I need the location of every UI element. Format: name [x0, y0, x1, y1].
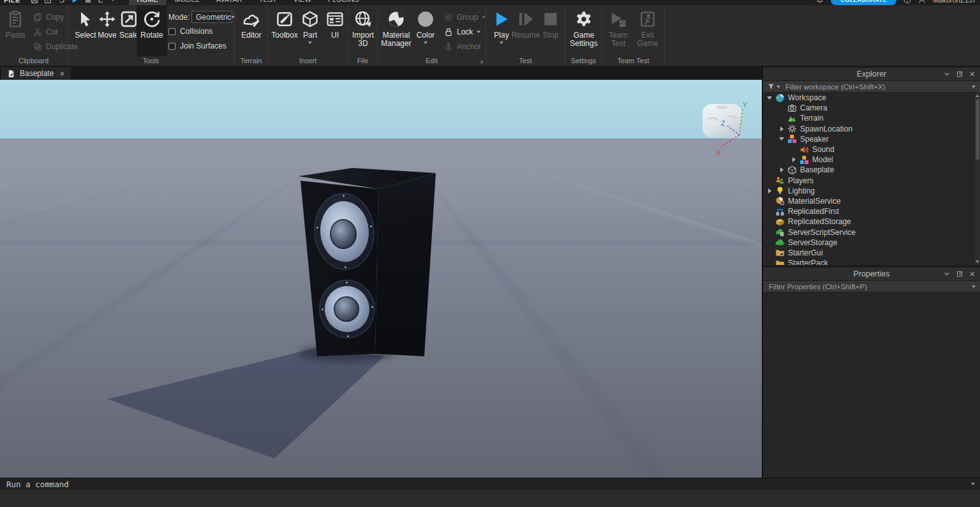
explorer-scrollbar[interactable]	[975, 93, 980, 265]
insert-section-label: Insert	[268, 57, 348, 64]
tree-item-workspace[interactable]: Workspace	[763, 93, 975, 103]
status-bar	[0, 490, 980, 507]
terrain-editor-icon	[242, 10, 260, 28]
tab-view[interactable]: VIEW	[285, 0, 320, 5]
viewport-3d[interactable]: Y X Z	[0, 80, 762, 478]
quickbar-caret-icon[interactable]	[111, 0, 115, 1]
explorer-filter-input[interactable]	[784, 82, 968, 91]
filter-caret-icon[interactable]	[776, 86, 780, 88]
explorer-dock-icon[interactable]	[956, 71, 963, 77]
team-test-section-label: Team Test	[602, 57, 664, 64]
expand-arrow[interactable]	[777, 137, 786, 140]
lock-button[interactable]: Lock	[444, 27, 480, 36]
explorer-collapse-icon[interactable]	[944, 71, 950, 77]
exit-game-button[interactable]: Exit Game	[634, 9, 662, 48]
spawn-location-icon	[787, 124, 797, 133]
game-settings-button[interactable]: Game Settings	[567, 9, 600, 48]
properties-filter-input[interactable]	[768, 282, 968, 291]
tab-avatar[interactable]: AVATAR	[208, 0, 251, 5]
username-label[interactable]: MakoronZ157	[933, 0, 976, 4]
tree-item-terrain[interactable]: Terrain	[763, 113, 975, 123]
anchor-button[interactable]: Anchor	[444, 42, 481, 51]
tree-item-materialservice[interactable]: MaterialService	[763, 196, 975, 206]
terrain-editor-button[interactable]: Editor	[236, 9, 267, 40]
undo-icon[interactable]	[57, 0, 65, 4]
ui-button[interactable]: UI	[322, 9, 348, 40]
explorer-filter-dropdown-icon[interactable]	[972, 86, 976, 88]
properties-collapse-icon[interactable]	[944, 271, 950, 277]
menubar: FILE HOME MODEL AVATAR TEST VIEW PLUGINS…	[0, 0, 980, 5]
tree-item-baseplate[interactable]: Baseplate	[763, 165, 975, 175]
part-button[interactable]: Part	[295, 9, 325, 44]
file-menu[interactable]: FILE	[4, 0, 20, 4]
cut-button[interactable]: Cut	[33, 27, 58, 36]
section-settings: Game Settings Settings	[565, 5, 602, 66]
redo-icon[interactable]	[98, 0, 105, 4]
group-button[interactable]: Group	[444, 13, 486, 22]
scrollbar-thumb[interactable]	[976, 99, 979, 160]
filter-funnel-icon[interactable]	[768, 83, 775, 90]
publish-icon[interactable]	[44, 0, 52, 4]
properties-dock-icon[interactable]	[956, 271, 963, 277]
expand-arrow[interactable]	[765, 188, 774, 193]
section-test: Play Resume Stop Test	[486, 5, 565, 66]
collaborate-button[interactable]: COLLABORATE	[831, 0, 896, 5]
resume-button[interactable]: Resume	[512, 9, 540, 40]
tree-item-replicatedfirst[interactable]: ReplicatedFirst	[763, 206, 975, 216]
view-cube[interactable]: Y X Z	[694, 99, 762, 165]
properties-filter-dropdown-icon[interactable]	[972, 285, 976, 288]
gear-icon	[575, 10, 593, 28]
properties-close-icon[interactable]	[969, 271, 976, 277]
import-3d-button[interactable]: Import 3D	[349, 9, 377, 48]
players-icon	[775, 176, 785, 185]
material-manager-button[interactable]: Material Manager	[378, 9, 414, 48]
tree-item-startergui[interactable]: StarterGui	[763, 248, 975, 258]
tree-item-lighting[interactable]: Lighting	[763, 186, 975, 196]
tree-item-spawnlocation[interactable]: SpawnLocation	[763, 124, 975, 134]
explorer-close-icon[interactable]	[969, 71, 976, 77]
tree-item-replicatedstorage[interactable]: ReplicatedStorage	[763, 216, 975, 227]
part-icon	[787, 165, 797, 175]
collisions-checkbox[interactable]	[168, 28, 175, 35]
collisions-checkbox-row[interactable]: Collisions	[168, 27, 212, 36]
document-tab-baseplate[interactable]: Baseplate	[1, 67, 71, 80]
scroll-down-icon[interactable]	[976, 261, 979, 263]
rotate-tool-button[interactable]: Rotate	[137, 5, 167, 56]
expand-arrow[interactable]	[765, 96, 774, 100]
tab-model[interactable]: MODEL	[167, 0, 208, 5]
expand-arrow[interactable]	[777, 167, 786, 172]
stop-button[interactable]: Stop	[537, 9, 565, 40]
quick-play-icon[interactable]	[71, 0, 78, 4]
tab-home[interactable]: HOME	[129, 0, 167, 5]
help-icon[interactable]	[903, 0, 911, 4]
tree-item-camera[interactable]: Camera	[763, 103, 975, 113]
tree-item-players[interactable]: Players	[763, 176, 975, 186]
scroll-up-icon[interactable]	[976, 95, 979, 97]
tree-item-serverstorage[interactable]: ServerStorage	[763, 238, 975, 248]
document-tabbar: Baseplate	[0, 66, 762, 80]
account-icon[interactable]	[918, 0, 926, 4]
tab-test[interactable]: TEST	[251, 0, 285, 5]
quick-stop-icon[interactable]	[84, 0, 92, 4]
expand-arrow[interactable]	[789, 157, 798, 162]
tree-item-sound[interactable]: Sound	[763, 144, 975, 155]
tab-close-icon[interactable]	[59, 71, 65, 77]
save-icon[interactable]	[31, 0, 38, 4]
copy-button[interactable]: Copy	[33, 13, 64, 22]
replicated-storage-icon	[775, 217, 785, 227]
join-surfaces-checkbox-row[interactable]: Join Surfaces	[168, 42, 226, 50]
tree-item-serverscriptservice[interactable]: ServerScriptService	[763, 227, 975, 237]
tree-item-starterpack[interactable]: StarterPack	[763, 258, 975, 265]
mode-dropdown[interactable]: Geometric	[191, 11, 232, 23]
team-test-button[interactable]: Team Test	[604, 9, 632, 48]
expand-arrow[interactable]	[777, 126, 786, 132]
command-input[interactable]	[5, 479, 966, 490]
tab-plugins[interactable]: PLUGINS	[320, 0, 367, 5]
join-surfaces-checkbox[interactable]	[168, 43, 175, 50]
notifications-bell-icon[interactable]	[816, 0, 824, 4]
tree-item-speaker[interactable]: Speaker	[763, 134, 975, 144]
tree-item-model[interactable]: Model	[763, 155, 975, 165]
color-button[interactable]: Color	[412, 9, 440, 44]
paste-button[interactable]: Paste	[1, 9, 29, 40]
command-bar-dropdown-icon[interactable]	[971, 483, 975, 485]
